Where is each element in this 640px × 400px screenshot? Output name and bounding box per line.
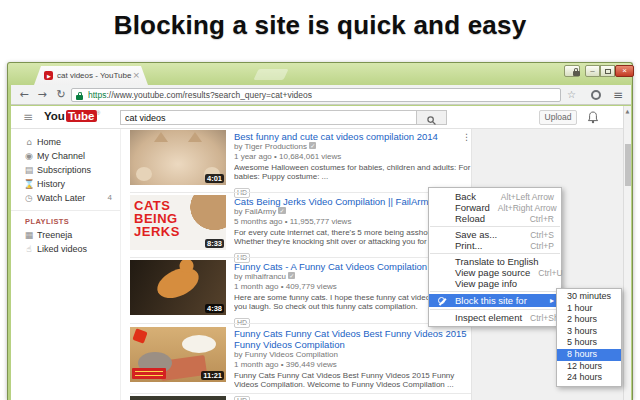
menu-item-save-as[interactable]: Save as...Ctrl+S bbox=[429, 229, 561, 240]
submenu-item-5-hours[interactable]: 5 hours bbox=[557, 337, 621, 349]
address-bar[interactable]: https://www.youtube.com/results?search_q… bbox=[71, 88, 561, 102]
reload-button[interactable]: ↻ bbox=[53, 87, 69, 103]
scrollbar-thumb[interactable] bbox=[625, 144, 631, 186]
menu-item-reload[interactable]: ReloadCtrl+R bbox=[429, 213, 561, 224]
video-meta: 1 month ago • 396,449 views bbox=[234, 360, 471, 370]
history-icon: ⌛ bbox=[23, 177, 35, 191]
sidebar-item-history[interactable]: ⌛History bbox=[23, 177, 120, 191]
submenu-item-24-hours[interactable]: 24 hours bbox=[557, 372, 621, 384]
submenu-item-3-hours[interactable]: 3 hours bbox=[557, 326, 621, 338]
person-icon: ◉ bbox=[23, 149, 35, 163]
youtube-logo[interactable]: YouTube® bbox=[44, 110, 100, 122]
thumbs-up-icon: ☝ bbox=[23, 242, 35, 256]
verified-icon: ✓ bbox=[309, 142, 316, 149]
forward-button[interactable]: → bbox=[34, 87, 50, 103]
video-byline[interactable]: by Tiger Productions bbox=[234, 142, 307, 151]
scroll-up-icon[interactable]: ▲ bbox=[624, 106, 631, 114]
verified-icon: ✓ bbox=[278, 207, 285, 214]
row-divider bbox=[130, 192, 471, 193]
video-thumbnail[interactable]: CATS BEING JERKS 8:33 bbox=[130, 195, 226, 250]
youtube-favicon: ▶ bbox=[44, 71, 53, 80]
tab-close-icon[interactable]: × bbox=[132, 70, 140, 80]
video-thumbnail[interactable] bbox=[130, 396, 226, 400]
video-thumbnail[interactable]: 4:01 bbox=[130, 130, 226, 185]
page-scrollbar[interactable]: ▲ bbox=[623, 106, 631, 400]
sidebar-item-playlist[interactable]: ▦Treeneja bbox=[23, 228, 120, 242]
new-tab-button[interactable] bbox=[253, 69, 288, 80]
menu-item-print[interactable]: Print...Ctrl+P bbox=[429, 240, 561, 251]
submenu-item-2-hours[interactable]: 2 hours bbox=[557, 314, 621, 326]
submenu-item-12-hours[interactable]: 12 hours bbox=[557, 361, 621, 373]
video-title-link[interactable]: Funny Cats Funny Cat Videos Best Funny V… bbox=[234, 328, 471, 350]
bookmark-star-icon[interactable]: ☆ bbox=[567, 87, 576, 103]
row-divider bbox=[130, 323, 471, 324]
url-text: ://www.youtube.com/results?search_query=… bbox=[106, 90, 312, 100]
window-minimize-button[interactable]: – bbox=[585, 65, 600, 77]
menu-item-forward[interactable]: ForwardAlt+Right Arrow bbox=[429, 202, 561, 213]
menu-item-inspect-element[interactable]: Inspect elementCtrl+Shift+I bbox=[429, 312, 561, 323]
browser-tab[interactable]: ▶ cat videos - YouTube × bbox=[34, 66, 148, 85]
notifications-bell-icon[interactable] bbox=[587, 110, 599, 128]
search-input[interactable] bbox=[120, 110, 417, 125]
maximize-icon bbox=[605, 69, 611, 74]
back-button[interactable]: ← bbox=[16, 87, 32, 103]
clock-icon: ◷ bbox=[23, 191, 35, 205]
video-duration: 4:38 bbox=[205, 304, 224, 313]
menu-divider bbox=[430, 291, 560, 292]
url-scheme: https bbox=[88, 90, 106, 100]
video-byline[interactable]: by FailArmy bbox=[234, 207, 276, 216]
sidebar-item-home[interactable]: ⌂Home bbox=[23, 135, 120, 149]
video-duration: 11:21 bbox=[201, 371, 224, 380]
search-result-row: TOP 10 BEST CAT VIDEOS OF ALL TIME! bbox=[130, 396, 471, 400]
sidebar-item-subscriptions[interactable]: ▤Subscriptions bbox=[23, 163, 120, 177]
upload-button[interactable]: Upload bbox=[539, 110, 577, 125]
sidebar-divider bbox=[11, 210, 120, 211]
youtube-guide-sidebar: ⌂Home ◉My Channel ▤Subscriptions ⌛Histor… bbox=[11, 129, 121, 400]
window-titlebar[interactable]: ▶ cat videos - YouTube × – × bbox=[8, 63, 632, 85]
context-menu: BackAlt+Left Arrow ForwardAlt+Right Arro… bbox=[428, 187, 562, 327]
video-byline[interactable]: by mihaifrancu bbox=[234, 272, 286, 281]
submenu-item-8-hours[interactable]: 8 hours bbox=[557, 349, 621, 361]
subscriptions-icon: ▤ bbox=[23, 163, 35, 177]
search-button[interactable] bbox=[417, 110, 447, 125]
search-result-row: CATS BEING JERKS 8:33 Cats Being Jerks V… bbox=[130, 195, 471, 257]
menu-item-view-page-info[interactable]: View page info bbox=[429, 278, 561, 289]
video-description: Awesome Halloween costumes for babies, c… bbox=[234, 163, 471, 181]
menu-item-translate[interactable]: Translate to English bbox=[429, 256, 561, 267]
menu-item-back[interactable]: BackAlt+Left Arrow bbox=[429, 191, 561, 202]
window-close-button[interactable]: × bbox=[615, 65, 634, 77]
guide-menu-icon[interactable]: ≡ bbox=[23, 110, 33, 124]
submenu-item-30-minutes[interactable]: 30 minutes bbox=[557, 291, 621, 303]
menu-item-view-page-source[interactable]: View page sourceCtrl+U bbox=[429, 267, 561, 278]
search-result-row: 4:38 Funny Cats - A Funny Cat Videos Com… bbox=[130, 260, 471, 322]
window-maximize-button[interactable] bbox=[600, 65, 615, 77]
row-divider bbox=[130, 257, 471, 258]
search-result-row: 11:21 Funny Cats Funny Cat Videos Best F… bbox=[130, 327, 471, 394]
video-options-icon[interactable]: ⋮ bbox=[462, 132, 471, 142]
video-byline[interactable]: by Funny Videos Compilation bbox=[234, 350, 471, 360]
menu-item-block-this-site-for[interactable]: Block this site for ▸ bbox=[429, 294, 561, 307]
sidebar-item-liked-videos[interactable]: ☝Liked videos bbox=[23, 242, 120, 256]
video-thumbnail[interactable]: 11:21 bbox=[130, 327, 226, 382]
youtube-header: ≡ YouTube® Upload bbox=[11, 106, 631, 129]
video-thumbnail[interactable]: 4:38 bbox=[130, 260, 226, 315]
lock-icon bbox=[573, 68, 580, 76]
watch-later-count: 4 bbox=[108, 191, 112, 205]
screenshot: Blocking a site is quick and easy ▶ cat … bbox=[0, 0, 640, 400]
block-site-extension-icon[interactable] bbox=[591, 90, 601, 100]
tab-title: cat videos - YouTube bbox=[57, 71, 131, 80]
menu-divider bbox=[430, 253, 560, 254]
chrome-menu-icon[interactable]: ≡ bbox=[613, 87, 623, 103]
sidebar-item-watch-later[interactable]: ◷Watch Later4 bbox=[23, 191, 120, 205]
search-icon bbox=[427, 116, 436, 125]
window-lock-button[interactable] bbox=[564, 65, 580, 77]
video-duration: 8:33 bbox=[205, 239, 224, 248]
video-duration: 4:01 bbox=[205, 174, 224, 183]
submenu-item-1-hour[interactable]: 1 hour bbox=[557, 303, 621, 315]
playlist-icon: ▦ bbox=[23, 228, 35, 242]
video-title-link[interactable]: Best funny and cute cat videos compilati… bbox=[234, 131, 471, 142]
search-result-row: 4:01 Best funny and cute cat videos comp… bbox=[130, 130, 471, 192]
block-icon bbox=[438, 297, 445, 304]
sidebar-item-my-channel[interactable]: ◉My Channel bbox=[23, 149, 120, 163]
menu-divider bbox=[430, 309, 560, 310]
